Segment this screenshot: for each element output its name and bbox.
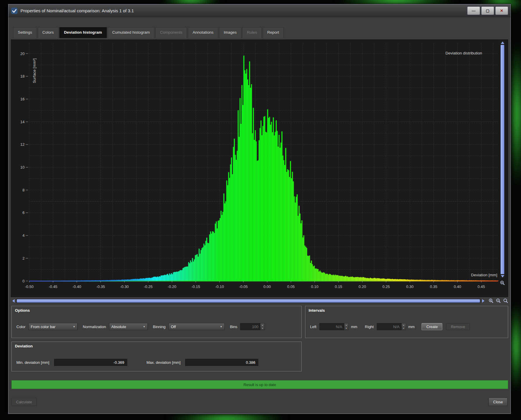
min-deviation-value: -0.369 xyxy=(54,359,127,366)
deviation-histogram-panel: -0.50-0.45-0.40-0.35-0.30-0.25-0.20-0.15… xyxy=(11,40,508,297)
maximize-button[interactable]: ▢ xyxy=(481,6,494,15)
calculate-button: Calculate xyxy=(11,398,37,406)
svg-text:-0.40: -0.40 xyxy=(73,284,81,289)
tab-rules: Rules xyxy=(242,27,262,38)
tab-annotations[interactable]: Annotations xyxy=(188,27,218,38)
tab-images[interactable]: Images xyxy=(219,27,241,38)
min-deviation-label: Min. deviation [mm] xyxy=(16,360,49,365)
status-bar: Result is up to date xyxy=(11,380,508,389)
svg-text:Deviation distribution: Deviation distribution xyxy=(446,51,482,55)
svg-text:-0.20: -0.20 xyxy=(168,284,176,289)
intervals-title: Intervals xyxy=(309,308,325,313)
max-deviation-label: Max. deviation [mm] xyxy=(147,360,180,365)
options-title: Options xyxy=(15,308,30,313)
spin-down-icon: ▼ xyxy=(260,327,264,330)
horizontal-scrollbar[interactable] xyxy=(16,299,480,303)
svg-text:0.00: 0.00 xyxy=(264,284,271,289)
zoom-out-icon[interactable] xyxy=(496,298,501,304)
tab-report[interactable]: Report xyxy=(263,27,284,38)
svg-text:0.25: 0.25 xyxy=(382,284,390,289)
intervals-group: Intervals Left N/A ▲ ▼ mm Right N/A ▲ ▼ … xyxy=(305,306,508,338)
zoom-fit-icon[interactable] xyxy=(503,298,508,304)
vertical-scrollbar-thumb[interactable] xyxy=(501,45,504,274)
status-text: Result is up to date xyxy=(243,383,276,387)
svg-text:0.20: 0.20 xyxy=(359,284,366,289)
svg-text:-0.25: -0.25 xyxy=(144,284,153,289)
max-deviation-value: 0.386 xyxy=(185,359,258,366)
svg-text:18: 18 xyxy=(20,74,25,78)
tab-deviation-histogram[interactable]: Deviation histogram xyxy=(59,27,107,38)
chevron-down-icon: ▼ xyxy=(220,325,222,328)
left-interval-value: N/A xyxy=(319,323,344,330)
svg-text:0.05: 0.05 xyxy=(287,284,295,289)
svg-text:0.30: 0.30 xyxy=(406,284,413,289)
zoom-controls xyxy=(489,298,508,304)
svg-text:2: 2 xyxy=(23,256,25,260)
options-group: Options Color From color bar ▼ Normaliza… xyxy=(11,306,302,338)
svg-text:8: 8 xyxy=(23,188,25,192)
svg-text:Surface [mm²]: Surface [mm²] xyxy=(32,58,37,83)
horizontal-scrollbar-row xyxy=(11,298,509,303)
svg-text:-0.15: -0.15 xyxy=(191,284,200,289)
app-icon xyxy=(11,7,18,14)
svg-text:0.35: 0.35 xyxy=(430,284,437,289)
right-interval-value: N/A xyxy=(377,323,402,330)
right-unit-label: mm xyxy=(408,325,415,329)
svg-text:0.40: 0.40 xyxy=(454,284,461,289)
deviation-title: Deviation xyxy=(15,344,33,348)
tab-settings[interactable]: Settings xyxy=(13,27,37,38)
left-unit-label: mm xyxy=(351,325,357,329)
title-bar[interactable]: Properties of Nominal/actual comparison:… xyxy=(8,4,510,17)
binning-select[interactable]: Off ▼ xyxy=(168,323,225,330)
left-interval-spinner: N/A ▲ ▼ xyxy=(319,323,349,330)
svg-text:Deviation [mm]: Deviation [mm] xyxy=(471,273,497,277)
normalization-label: Normalization xyxy=(83,325,106,329)
properties-dialog: Properties of Nominal/actual comparison:… xyxy=(8,4,511,414)
svg-text:-0.30: -0.30 xyxy=(120,284,129,289)
svg-text:-0.50: -0.50 xyxy=(25,284,34,289)
svg-text:14: 14 xyxy=(20,120,25,124)
color-select[interactable]: From color bar ▼ xyxy=(28,323,78,330)
zoom-in-vertical-icon[interactable] xyxy=(500,280,505,286)
horizontal-scrollbar-thumb[interactable] xyxy=(17,299,480,303)
svg-text:0.45: 0.45 xyxy=(477,284,485,289)
svg-text:20: 20 xyxy=(20,52,25,56)
left-label: Left xyxy=(310,325,317,329)
bins-spinner-value: 100 xyxy=(240,323,260,330)
window-controls: — ▢ ✕ xyxy=(467,6,508,15)
color-label: Color xyxy=(16,325,25,329)
scroll-up-icon[interactable] xyxy=(501,42,504,44)
spin-up-icon: ▲ xyxy=(260,323,264,327)
svg-text:-0.35: -0.35 xyxy=(96,284,105,289)
scroll-right-icon[interactable] xyxy=(481,299,485,303)
scroll-down-icon[interactable] xyxy=(501,275,504,277)
remove-button: Remove xyxy=(446,323,470,330)
zoom-in-icon[interactable] xyxy=(489,298,494,304)
spin-down-icon: ▼ xyxy=(402,327,406,330)
normalization-select[interactable]: Absolute ▼ xyxy=(109,323,148,330)
create-button[interactable]: Create xyxy=(422,323,442,330)
svg-text:-0.45: -0.45 xyxy=(49,284,57,289)
binning-label: Binning xyxy=(153,325,166,329)
svg-text:4: 4 xyxy=(23,233,25,238)
tab-components: Components xyxy=(155,27,187,38)
binning-select-value: Off xyxy=(171,325,218,329)
svg-text:0: 0 xyxy=(23,279,25,283)
scroll-left-icon[interactable] xyxy=(11,299,16,303)
tab-bar: SettingsColorsDeviation histogramCumulat… xyxy=(13,27,506,38)
svg-text:0.15: 0.15 xyxy=(335,284,342,289)
tab-cumulated-histogram[interactable]: Cumulated histogram xyxy=(108,27,154,38)
bins-label: Bins xyxy=(230,325,237,329)
window-title: Properties of Nominal/actual comparison:… xyxy=(20,8,134,13)
bins-spinner: 100 ▲ ▼ xyxy=(240,323,265,330)
close-window-button[interactable]: ✕ xyxy=(495,6,508,15)
tab-colors[interactable]: Colors xyxy=(38,27,59,38)
color-select-value: From color bar xyxy=(31,325,71,329)
deviation-histogram-chart: -0.50-0.45-0.40-0.35-0.30-0.25-0.20-0.15… xyxy=(11,40,508,297)
svg-text:0.10: 0.10 xyxy=(311,284,318,289)
svg-text:-0.05: -0.05 xyxy=(239,284,248,289)
minimize-button[interactable]: — xyxy=(467,6,480,15)
vertical-scrollbar[interactable] xyxy=(500,41,505,278)
spin-down-icon: ▼ xyxy=(344,327,348,330)
close-button[interactable]: Close xyxy=(489,398,508,406)
